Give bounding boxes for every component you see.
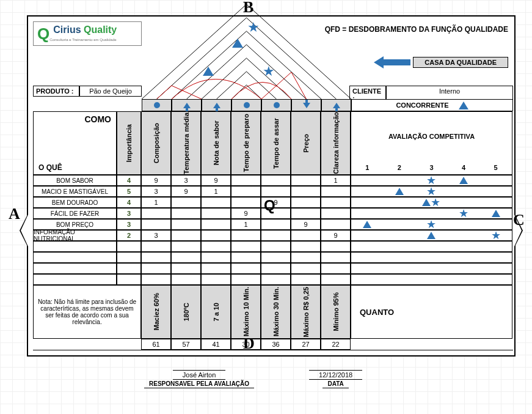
importance-cell[interactable]: 3 [117, 219, 141, 230]
competitive-cell: ★ [351, 186, 512, 197]
relation-cell[interactable] [291, 230, 321, 241]
relation-cell[interactable] [321, 197, 351, 208]
target-cell[interactable]: Máximo 10 Min. [231, 285, 261, 339]
relation-cell[interactable]: 3 [141, 186, 171, 197]
relation-cell[interactable]: 9 [291, 219, 321, 230]
relation-cell[interactable]: 1 [321, 175, 351, 186]
relation-cell[interactable] [201, 230, 231, 241]
target-cell[interactable]: Mínimo 95% [321, 285, 351, 339]
relation-cell[interactable] [321, 252, 351, 263]
relation-cell[interactable] [231, 197, 261, 208]
relation-cell[interactable] [231, 230, 261, 241]
relation-cell[interactable] [201, 208, 231, 219]
importance-cell[interactable]: 3 [117, 208, 141, 219]
relation-cell[interactable] [321, 263, 351, 274]
data-value[interactable]: 12/12/2018 [309, 370, 362, 380]
how-header: Tempo de assar [261, 111, 291, 175]
importance-cell[interactable] [117, 274, 141, 285]
relation-cell[interactable] [231, 274, 261, 285]
relation-cell[interactable] [261, 186, 291, 197]
what-label: BEM DOURADO [33, 197, 117, 208]
relation-cell[interactable] [171, 197, 201, 208]
relation-cell[interactable] [231, 175, 261, 186]
relation-cell[interactable] [231, 263, 261, 274]
relation-cell[interactable] [321, 208, 351, 219]
relation-cell[interactable] [291, 263, 321, 274]
produto-value[interactable]: Pão de Queijo [79, 86, 142, 97]
relation-cell[interactable] [321, 274, 351, 285]
relation-cell[interactable] [261, 175, 291, 186]
relation-cell[interactable] [261, 241, 291, 252]
importance-cell[interactable]: 4 [117, 175, 141, 186]
relation-cell[interactable]: 9 [321, 230, 351, 241]
relation-cell[interactable] [261, 274, 291, 285]
relation-cell[interactable] [171, 263, 201, 274]
relation-cell[interactable]: 1 [201, 186, 231, 197]
relation-cell[interactable]: 9 [171, 186, 201, 197]
relation-cell[interactable] [201, 274, 231, 285]
relation-cell[interactable] [141, 241, 171, 252]
target-cell[interactable]: 180ºC [171, 285, 201, 339]
relation-cell[interactable] [291, 186, 321, 197]
relation-cell[interactable] [171, 208, 201, 219]
relation-cell[interactable] [291, 197, 321, 208]
relation-cell[interactable] [171, 241, 201, 252]
relation-cell[interactable] [261, 230, 291, 241]
relation-cell[interactable]: 9 [141, 175, 171, 186]
relation-cell[interactable]: 9 [231, 208, 261, 219]
target-cell[interactable]: Maciez 60% [141, 285, 171, 339]
relation-cell[interactable] [141, 263, 171, 274]
importance-cell[interactable] [117, 241, 141, 252]
importance-cell[interactable]: 5 [117, 186, 141, 197]
relation-cell[interactable] [201, 219, 231, 230]
relation-cell[interactable]: 3 [171, 175, 201, 186]
relation-cell[interactable] [321, 241, 351, 252]
relation-cell[interactable] [201, 241, 231, 252]
relation-cell[interactable] [201, 263, 231, 274]
what-label[interactable] [33, 241, 117, 252]
relation-cell[interactable]: 9 [201, 175, 231, 186]
relation-cell[interactable] [231, 252, 261, 263]
target-cell[interactable]: 7 a 10 [201, 285, 231, 339]
importance-cell[interactable] [117, 252, 141, 263]
how-label: Composição [153, 123, 160, 163]
relation-cell[interactable] [231, 186, 261, 197]
relation-cell[interactable] [141, 219, 171, 230]
relation-cell[interactable] [261, 219, 291, 230]
relation-cell[interactable] [261, 263, 291, 274]
relation-cell[interactable] [291, 175, 321, 186]
relation-cell[interactable] [141, 274, 171, 285]
relation-cell[interactable] [261, 252, 291, 263]
relation-cell[interactable] [141, 208, 171, 219]
relation-cell[interactable] [321, 186, 351, 197]
relation-cell[interactable]: 3 [141, 230, 171, 241]
sum-cell: 22 [321, 339, 351, 350]
relation-cell[interactable] [171, 230, 201, 241]
relation-cell[interactable] [321, 219, 351, 230]
relation-cell[interactable] [171, 274, 201, 285]
what-label[interactable] [33, 252, 117, 263]
relation-cell[interactable] [201, 252, 231, 263]
what-label[interactable] [33, 263, 117, 274]
relation-cell[interactable] [141, 252, 171, 263]
importance-cell[interactable]: 4 [117, 197, 141, 208]
relation-cell[interactable] [291, 208, 321, 219]
competitive-slot [351, 209, 384, 218]
relation-cell[interactable]: 1 [141, 197, 171, 208]
relation-cell[interactable] [291, 252, 321, 263]
relation-cell[interactable] [291, 274, 321, 285]
importance-cell[interactable] [117, 263, 141, 274]
circle-icon [244, 102, 250, 108]
relation-cell[interactable] [171, 252, 201, 263]
responsavel-value[interactable]: José Airton [173, 370, 225, 380]
target-cell[interactable]: Máximo 30 Min. [261, 285, 291, 339]
relation-cell[interactable] [201, 197, 231, 208]
relation-cell[interactable] [231, 241, 261, 252]
target-cell[interactable]: Máximo R$ 0,25 [291, 285, 321, 339]
relation-cell[interactable] [291, 241, 321, 252]
what-label[interactable] [33, 274, 117, 285]
relation-cell[interactable]: 1 [231, 219, 261, 230]
how-what-corner: COMO O QUÊ [33, 111, 117, 175]
importance-cell[interactable]: 2 [117, 230, 141, 241]
relation-cell[interactable] [171, 219, 201, 230]
